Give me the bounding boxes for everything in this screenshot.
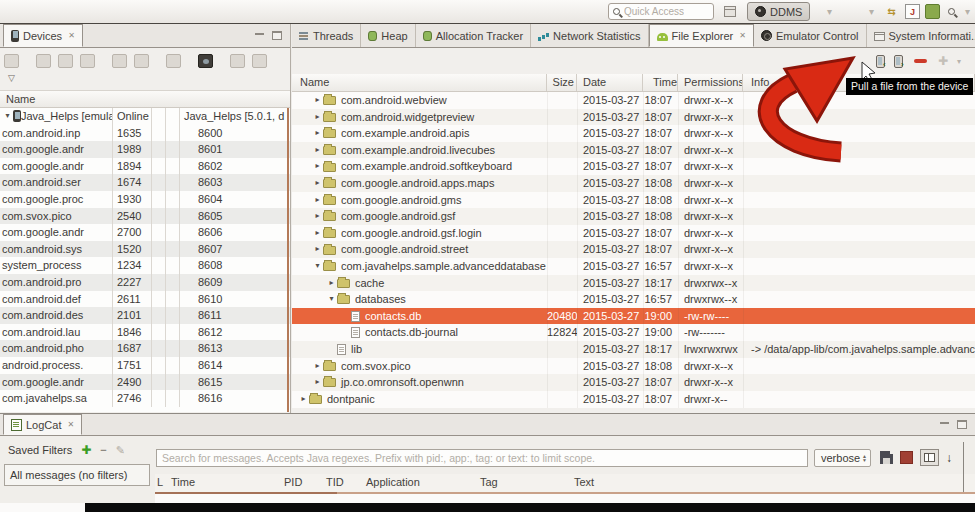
close-icon[interactable]: ✕ xyxy=(67,420,74,429)
tab-system-informati[interactable]: System Informati... xyxy=(867,24,975,47)
expand-icon[interactable]: ▸ xyxy=(312,208,323,225)
logcat-column-tid[interactable]: TID xyxy=(324,474,364,492)
process-row[interactable]: com.android.inp16358600 xyxy=(0,125,290,142)
process-row[interactable]: android.process.17518614 xyxy=(0,357,290,374)
tab-devices[interactable]: Devices ✕ xyxy=(3,24,83,47)
file-row[interactable]: ▸com.google.android.gsf2015-03-2718:08dr… xyxy=(292,208,975,225)
expand-icon[interactable]: ▸ xyxy=(312,125,323,142)
logcat-column-application[interactable]: Application xyxy=(364,474,478,492)
add-filter-icon[interactable]: ✚ xyxy=(81,443,91,457)
dump-hprof-icon[interactable] xyxy=(58,54,73,68)
view-menu-icon[interactable]: ▽ xyxy=(8,73,286,83)
device-row[interactable]: ▾Java_Helps [emulaOnlineJava_Helps [5.0.… xyxy=(0,108,290,125)
expand-icon[interactable]: ▸ xyxy=(298,391,309,408)
view-menu-dropdown-icon[interactable]: ▾ xyxy=(957,57,961,66)
expand-icon[interactable]: ▾ xyxy=(2,108,13,125)
file-row[interactable]: ▾com.javahelps.sample.advanceddatabase20… xyxy=(292,258,975,275)
tab-heap[interactable]: Heap xyxy=(361,24,415,47)
expand-icon[interactable]: ▸ xyxy=(312,358,323,375)
sync-icon[interactable]: ⇆ xyxy=(884,4,899,19)
file-row[interactable]: ▸com.google.android.gms2015-03-2718:08dr… xyxy=(292,192,975,209)
process-row[interactable]: com.google.andr18948602 xyxy=(0,158,290,175)
process-row[interactable]: com.svox.pico25408605 xyxy=(0,208,290,225)
method-profiling-icon[interactable] xyxy=(134,54,149,68)
expand-icon[interactable]: ▸ xyxy=(312,192,323,209)
expand-icon[interactable]: ▸ xyxy=(312,175,323,192)
ddms-perspective-button[interactable]: DDMS xyxy=(747,2,810,21)
expand-icon[interactable]: ▸ xyxy=(312,158,323,175)
process-row[interactable]: com.google.andr24908615 xyxy=(0,374,290,391)
file-row[interactable]: ▸dontpanic2015-03-2718:07drwxr-x-- xyxy=(292,391,975,408)
logcat-column-time[interactable]: Time xyxy=(169,474,282,492)
dropdown-icon[interactable]: ▾ xyxy=(864,4,879,19)
pull-file-icon[interactable]: ‹ xyxy=(876,55,885,68)
clear-log-icon[interactable] xyxy=(900,451,913,464)
search-menu-icon[interactable] xyxy=(944,4,959,19)
close-icon[interactable]: ✕ xyxy=(739,31,746,40)
filter-item-all-messages[interactable]: All messages (no filters) xyxy=(4,464,150,486)
expand-icon[interactable]: ▸ xyxy=(312,142,323,159)
file-row[interactable]: contacts.db-journal128242015-03-2719:00-… xyxy=(292,324,975,341)
display-saved-filters-icon[interactable] xyxy=(920,449,939,466)
minimize-icon[interactable] xyxy=(940,421,949,424)
tab-allocation-tracker[interactable]: Allocation Tracker xyxy=(416,24,531,47)
expand-icon[interactable]: ▸ xyxy=(312,241,323,258)
collapse-icon[interactable]: ▾ xyxy=(326,291,337,308)
dropdown-icon[interactable]: ▾ xyxy=(960,4,975,19)
tab-emulator-control[interactable]: Emulator Control xyxy=(754,24,867,47)
expand-icon[interactable]: ▸ xyxy=(326,275,337,292)
file-row[interactable]: ▸cache2015-03-2718:17drwxrwx--x xyxy=(292,275,975,292)
process-row[interactable]: com.android.lau18468612 xyxy=(0,324,290,341)
column-header-permissions[interactable]: Permissions xyxy=(678,74,743,91)
file-row[interactable]: ▸jp.co.omronsoft.openwnn2015-03-2718:07d… xyxy=(292,374,975,391)
file-row[interactable]: contacts.db204802015-03-2719:00-rw-rw---… xyxy=(292,308,975,325)
logcat-column-tag[interactable]: Tag xyxy=(478,474,572,492)
edit-filter-icon[interactable]: ✎ xyxy=(116,444,125,457)
file-row[interactable]: ▸com.google.android.gsf.login2015-03-271… xyxy=(292,225,975,242)
close-icon[interactable]: ✕ xyxy=(68,31,75,40)
file-row[interactable]: lib2015-03-2718:17lrwxrwxrwx-> /data/app… xyxy=(292,341,975,358)
stop-process-icon[interactable] xyxy=(166,54,181,68)
capture-video-icon[interactable] xyxy=(252,54,267,68)
expand-icon[interactable]: ▸ xyxy=(312,374,323,391)
remove-filter-icon[interactable]: − xyxy=(100,444,106,456)
process-row[interactable]: com.google.andr27008606 xyxy=(0,224,290,241)
logcat-column-text[interactable]: Text xyxy=(572,474,975,492)
file-row[interactable]: ▸com.example.android.softkeyboard2015-03… xyxy=(292,158,975,175)
new-folder-icon[interactable]: ✚ xyxy=(938,54,948,68)
logcat-column-l[interactable]: L xyxy=(155,474,169,492)
maximize-icon[interactable] xyxy=(272,31,282,40)
process-row[interactable]: com.javahelps.sa27468616 xyxy=(0,390,290,407)
file-row[interactable]: ▸com.example.android.livecubes2015-03-27… xyxy=(292,142,975,159)
maximize-icon[interactable] xyxy=(957,420,967,429)
minimize-icon[interactable] xyxy=(255,32,264,35)
log-level-select[interactable]: verbose ▲▼ xyxy=(814,449,871,467)
expand-icon[interactable]: ▸ xyxy=(312,225,323,242)
expand-icon[interactable]: ▸ xyxy=(312,109,323,126)
column-header-time[interactable]: Time xyxy=(643,74,678,91)
open-type-icon[interactable] xyxy=(925,4,940,19)
devices-scrollbar[interactable] xyxy=(287,108,289,412)
process-row[interactable]: com.android.pho16878613 xyxy=(0,340,290,357)
delete-file-icon[interactable] xyxy=(914,59,927,63)
spinner-icons[interactable]: ▲▼ xyxy=(862,454,870,462)
screen-capture-icon[interactable] xyxy=(198,54,213,68)
file-row[interactable]: ▸com.google.android.apps.maps2015-03-271… xyxy=(292,175,975,192)
file-row[interactable]: ▸com.svox.pico2015-03-2718:08drwxr-x--x xyxy=(292,358,975,375)
tab-threads[interactable]: Threads xyxy=(292,24,361,47)
tab-network-statistics[interactable]: Network Statistics xyxy=(531,24,648,47)
process-row[interactable]: com.android.pro22278609 xyxy=(0,274,290,291)
column-header-size[interactable]: Size xyxy=(547,74,577,91)
column-header-date[interactable]: Date xyxy=(577,74,643,91)
process-row[interactable]: com.google.andr19898601 xyxy=(0,141,290,158)
process-row[interactable]: system_process12348608 xyxy=(0,257,290,274)
process-row[interactable]: com.google.proc19308604 xyxy=(0,191,290,208)
column-header-name[interactable]: Name xyxy=(292,74,547,91)
update-threads-icon[interactable] xyxy=(112,54,127,68)
tab-logcat[interactable]: LogCat ✕ xyxy=(3,414,82,435)
logcat-scrollbar[interactable] xyxy=(963,442,964,492)
open-perspective-icon[interactable] xyxy=(724,6,736,17)
export-log-icon[interactable] xyxy=(880,451,893,464)
scroll-lock-icon[interactable]: ↓ xyxy=(946,451,952,465)
logcat-column-pid[interactable]: PID xyxy=(282,474,324,492)
